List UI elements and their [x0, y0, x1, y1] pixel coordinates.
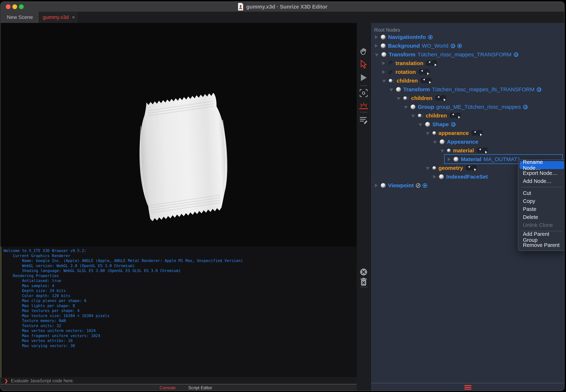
- tree-node-group[interactable]: Groupgroup_ME_Tütchen_rissc_mappes: [404, 103, 528, 111]
- bind-target-icon[interactable]: [457, 44, 462, 48]
- expander-down-icon[interactable]: [440, 150, 444, 153]
- node-sphere-icon: [411, 105, 416, 110]
- script-editor-tab[interactable]: Script Editor: [188, 385, 212, 390]
- app-window: gummy.x3d · Sunrize X3D Editor New Scene…: [0, 1, 565, 391]
- menu-item-copy[interactable]: Copy: [520, 197, 564, 205]
- tool-wrench-icon[interactable]: [416, 183, 420, 188]
- expander-down-icon[interactable]: [426, 167, 430, 170]
- menu-item-export-node[interactable]: Export Node…: [520, 169, 564, 177]
- field-name-label: children: [411, 95, 432, 101]
- script-edit-icon[interactable]: [359, 116, 368, 125]
- panel-menu-icon[interactable]: [464, 385, 471, 390]
- visibility-rings-icon[interactable]: [523, 105, 528, 109]
- tree-field-appearance[interactable]: appearance: [426, 129, 483, 138]
- expander-right-icon[interactable]: [382, 70, 385, 74]
- tab-document[interactable]: gummy.x3d ×: [39, 12, 79, 23]
- node-sphere-icon: [381, 43, 386, 48]
- menu-item-rename-node[interactable]: Rename Node…: [520, 161, 564, 169]
- expander-down-icon[interactable]: [411, 115, 415, 118]
- console-status-bar: Console Script Editor: [1, 384, 371, 391]
- expander-down-icon[interactable]: [389, 89, 393, 91]
- menu-item-delete[interactable]: Delete: [520, 213, 564, 221]
- console-output[interactable]: Welcome to X_ITE X3D Browser v9.5.2: Cur…: [4, 248, 243, 348]
- tree-field-children[interactable]: children: [382, 76, 432, 85]
- visibility-rings-icon[interactable]: [537, 87, 541, 92]
- expander-down-icon[interactable]: [433, 141, 437, 144]
- hand-tool-icon[interactable]: [359, 48, 368, 56]
- node-def-label: WO_World: [422, 43, 448, 49]
- menu-item-add-node[interactable]: Add Node…: [520, 177, 564, 185]
- clear-console-icon[interactable]: [360, 268, 368, 276]
- route-connectors-icon[interactable]: [421, 77, 432, 84]
- console-tab[interactable]: Console: [160, 385, 176, 390]
- expander-right-icon[interactable]: [382, 61, 385, 65]
- tree-field-material[interactable]: material: [440, 146, 488, 155]
- node-field-icon: [432, 166, 436, 170]
- tab-close-icon[interactable]: ×: [72, 14, 75, 20]
- route-connectors-icon[interactable]: [450, 112, 461, 119]
- tree-field-geometry[interactable]: geometry: [426, 164, 477, 172]
- node-type-label: Viewpoint: [388, 182, 414, 189]
- expander-right-icon[interactable]: [375, 184, 378, 187]
- expander-down-icon[interactable]: [382, 80, 386, 83]
- tree-node-background[interactable]: BackgroundWO_World: [375, 42, 462, 50]
- tree-node-viewpoint[interactable]: Viewpoint: [375, 181, 427, 190]
- tree-node-navigationinfo[interactable]: NavigationInfo: [375, 33, 432, 42]
- tree-node-transform[interactable]: TransformTütchen_rissc_mappes_TRANSFORM: [375, 50, 518, 59]
- expander-right-icon[interactable]: [433, 175, 436, 179]
- tree-field-children[interactable]: children: [397, 94, 447, 103]
- field-name-label: material: [453, 147, 474, 154]
- route-connectors-icon[interactable]: [466, 165, 477, 171]
- tree-node-transform[interactable]: TransformTütchen_rissc_mappes_ifs_TRANSF…: [389, 85, 541, 94]
- tree-node-appearance[interactable]: Appearance: [433, 138, 478, 146]
- tree-field-translation[interactable]: translation: [382, 59, 437, 68]
- pouch-render: [128, 89, 237, 224]
- visibility-rings-icon[interactable]: [451, 44, 455, 48]
- node-def-label: Tütchen_rissc_mappes_ifs_TRANSFORM: [432, 86, 535, 93]
- node-type-label: NavigationInfo: [388, 34, 426, 40]
- expander-down-icon[interactable]: [426, 132, 430, 135]
- console-pane-edge: [1, 247, 1, 378]
- menu-item-add-parent-group[interactable]: Add Parent Group: [520, 233, 564, 241]
- node-list-field-icon: [418, 113, 423, 118]
- route-connectors-icon[interactable]: [426, 60, 437, 67]
- expander-down-icon[interactable]: [418, 124, 422, 126]
- expander-down-icon[interactable]: [404, 106, 408, 109]
- visibility-rings-icon[interactable]: [451, 122, 456, 127]
- route-connectors-icon[interactable]: [477, 147, 488, 154]
- menu-divider: [521, 187, 562, 187]
- console-prompt-icon: ❯: [4, 378, 8, 383]
- document-icon: [238, 3, 244, 11]
- tree-field-children[interactable]: children: [411, 111, 461, 120]
- visibility-rings-icon[interactable]: [514, 52, 518, 57]
- route-connectors-icon[interactable]: [419, 69, 430, 75]
- menu-item-remove-parent[interactable]: Remove Parent: [520, 241, 564, 249]
- menu-item-cut[interactable]: Cut: [520, 189, 564, 197]
- select-arrow-icon[interactable]: [360, 60, 368, 69]
- expander-right-icon[interactable]: [375, 35, 378, 39]
- viewport-3d[interactable]: [1, 23, 357, 247]
- route-connectors-icon[interactable]: [435, 95, 447, 102]
- tree-node-indexedfaceset[interactable]: IndexedFaceSet: [433, 172, 488, 181]
- expander-right-icon[interactable]: [375, 44, 378, 48]
- trash-icon[interactable]: [360, 278, 367, 286]
- menu-item-paste[interactable]: Paste: [520, 205, 564, 213]
- tab-new-scene[interactable]: New Scene: [1, 12, 39, 23]
- bind-target-icon[interactable]: [428, 35, 432, 40]
- expander-down-icon[interactable]: [397, 97, 400, 100]
- node-sphere-icon: [381, 52, 386, 57]
- node-sphere-icon: [396, 87, 401, 92]
- play-icon[interactable]: [360, 73, 367, 82]
- console-input[interactable]: [11, 378, 321, 384]
- field-name-label: children: [426, 112, 447, 119]
- expander-down-icon[interactable]: [375, 54, 379, 56]
- frame-view-icon[interactable]: [359, 89, 368, 98]
- tree-node-shape[interactable]: Shape: [418, 120, 456, 129]
- tree-field-rotation[interactable]: rotation: [382, 68, 430, 76]
- route-connectors-icon[interactable]: [472, 130, 483, 137]
- node-sphere-icon: [440, 140, 445, 144]
- bind-target-icon[interactable]: [423, 183, 427, 188]
- node-sphere-icon: [381, 35, 386, 40]
- node-type-label: Shape: [432, 121, 449, 127]
- sunrise-light-icon[interactable]: [359, 101, 368, 110]
